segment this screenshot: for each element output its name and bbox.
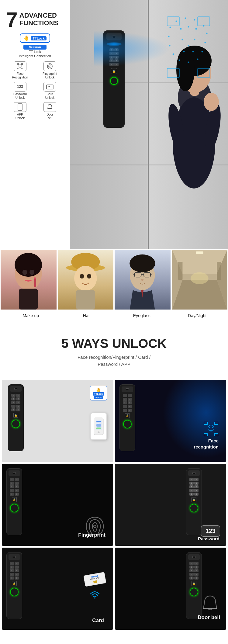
bmk-6: 6: [194, 569, 199, 572]
smart-card-visual: SMART KEY CARD: [83, 572, 106, 587]
pwd-fp-ring: [190, 504, 198, 512]
feature-card: CardUnlock: [36, 82, 64, 100]
svg-point-12: [194, 19, 195, 21]
unlock-cell-face: 1 2 3 4 5 6 7 8 9 0 🔒: [115, 380, 226, 462]
svg-point-10: [176, 21, 177, 22]
mini-keypad-grid: 1 2 3 4 5 6 7 8 9 0: [11, 394, 20, 411]
pwdmk-6: 6: [194, 485, 199, 488]
pwd-mini-lock-btn: 🔒: [192, 497, 196, 502]
svg-rect-78: [96, 423, 99, 423]
pwdmk-1: 1: [189, 478, 194, 481]
fmk-3: 3: [123, 398, 127, 401]
card-mini-top: [9, 554, 20, 560]
bell-icon-area: Door bell: [198, 594, 220, 621]
pwdmk-8: 8: [194, 489, 199, 492]
password-cell-label: Password: [198, 536, 219, 541]
fmk-0: 0: [128, 409, 132, 412]
unlock-cell-card: 1 2 3 4 5 6 7 8 9 0 🔒 SMART KEY CARD: [2, 548, 113, 630]
cmk-5: 5: [10, 569, 14, 572]
password-icon-box: 123: [14, 82, 26, 92]
face-scan-overlay: [158, 9, 219, 85]
svg-rect-83: [204, 434, 208, 436]
fmk-8: 8: [128, 405, 132, 408]
svg-rect-33: [167, 68, 179, 78]
mini-lock-card: 1 2 3 4 5 6 7 8 9 0 🔒: [6, 552, 22, 619]
bmk-8: 8: [194, 573, 199, 576]
cmk-2: 2: [15, 562, 19, 565]
svg-point-21: [169, 45, 171, 47]
svg-point-23: [180, 28, 182, 30]
password-123-text: 123: [206, 528, 216, 535]
svg-point-53: [74, 266, 97, 291]
svg-point-14: [206, 33, 208, 34]
bell-mini-top: [188, 554, 200, 560]
face-scan-icon-area: Facerecognition: [194, 421, 219, 450]
fpmk-1: 1: [10, 478, 14, 481]
five-ways-title: 5 WAYS UNLOCK: [6, 336, 222, 351]
woman-area: [149, 0, 228, 249]
fmk-9: 9: [123, 409, 127, 412]
bmk-7: 7: [189, 573, 194, 576]
svg-rect-82: [214, 422, 218, 424]
svg-point-9: [170, 27, 171, 28]
pwdmk-7: 7: [189, 489, 194, 492]
lock-icon-btn: 🔒: [111, 68, 117, 74]
label-hat: Hat: [59, 313, 114, 318]
cmk-6: 6: [15, 569, 19, 572]
mini-lock-app: 1 2 3 4 5 6 7 8 9 0 🔒: [8, 384, 24, 451]
face-mini-lock-btn: 🔒: [125, 413, 130, 418]
card-fp-ring: [10, 588, 19, 596]
pwd-mini-keypad: 1 2 3 4 5 6 7 8 9 0: [189, 478, 199, 496]
password-label: PasswordUnlock: [13, 92, 27, 100]
feature-password: 123 PasswordUnlock: [6, 82, 34, 100]
pwdmk-5: 5: [189, 485, 194, 488]
svg-point-11: [185, 18, 186, 19]
bottom-spacer: [0, 630, 228, 636]
card-label: CardUnlock: [45, 92, 55, 100]
cell-phone-icon: [90, 413, 107, 440]
fingerprint-label: FingerprintUnlock: [43, 72, 57, 79]
fp-mini-lock-btn: 🔒: [12, 497, 17, 502]
recognition-section: Make up Hat Eyeglass Day/Night: [0, 249, 228, 327]
feature-app-unlock: APPUnlock: [6, 102, 34, 120]
pwd-mini-camera: [192, 472, 195, 474]
mini-lock-fp: 1 2 3 4 5 6 7 8 9 0 🔒: [6, 468, 22, 535]
face-recognition-icon-box: [14, 61, 26, 71]
card-icons-area: SMART KEY CARD: [84, 574, 105, 599]
cmk-9: 9: [10, 576, 14, 580]
bmk-3: 3: [189, 566, 194, 569]
feature-doorbell: Doorbell: [36, 102, 64, 120]
unlock-cell-fingerprint: 1 2 3 4 5 6 7 8 9 0 🔒: [2, 464, 113, 546]
svg-rect-3: [21, 68, 23, 69]
pwdmk-4: 4: [194, 482, 199, 485]
svg-point-86: [209, 427, 210, 428]
svg-rect-2: [17, 68, 19, 69]
svg-point-43: [204, 93, 219, 111]
svg-point-47: [29, 270, 34, 275]
svg-point-88: [94, 525, 96, 528]
big-number-7: 7: [6, 9, 18, 30]
ttlock-hand-icon: 🤚: [23, 35, 29, 41]
cell-version-text: Version: [94, 396, 103, 399]
cmk-0: 0: [15, 576, 19, 580]
fingerprint-cell-label: Fingerprint: [78, 532, 105, 538]
hero-section: 7 ADVANCED FUNCTIONS 🤚 TTLock Version TT…: [0, 0, 228, 249]
functions-title: 7 ADVANCED FUNCTIONS: [6, 9, 64, 30]
bell-mini-lock-btn: 🔒: [192, 581, 196, 586]
svg-rect-1: [21, 64, 23, 64]
mk-2: 2: [16, 394, 20, 397]
pwdmk-3: 3: [189, 482, 194, 485]
bell-mini-keypad: 1 2 3 4 5 6 7 8 9 0: [189, 562, 199, 580]
rec-image-eyeglass: [114, 249, 171, 310]
face-recognition-label: FaceRecognition: [12, 72, 28, 79]
ttlock-badge: 🤚 TTLock: [20, 33, 50, 43]
bell-mini-camera: [192, 556, 195, 558]
svg-point-87: [212, 427, 213, 428]
fp-mini-camera: [13, 472, 16, 474]
svg-rect-0: [17, 64, 19, 64]
pwd-mini-top: [188, 470, 200, 476]
cell-ttlock-hand-icon: 🤚: [96, 387, 101, 392]
mini-lock-face: 1 2 3 4 5 6 7 8 9 0 🔒: [119, 384, 135, 451]
face-fp-ring: [123, 420, 132, 428]
fmk-2: 2: [128, 394, 132, 397]
